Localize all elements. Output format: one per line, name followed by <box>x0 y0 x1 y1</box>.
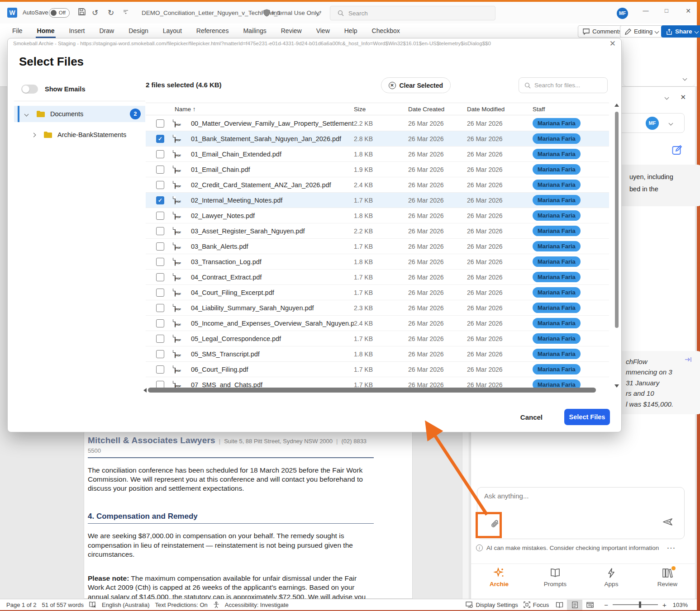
tab-insert[interactable]: Insert <box>67 26 86 38</box>
row-checkbox[interactable] <box>156 335 164 343</box>
proofing-icon[interactable] <box>86 602 99 608</box>
table-row[interactable]: PDF 05_Income_and_Expenses_Overview_Sara… <box>146 316 609 331</box>
more-options-icon[interactable]: ··· <box>667 545 676 551</box>
tab-references[interactable]: References <box>195 26 230 38</box>
table-row[interactable]: PDF 01_Email_Chain.pdf 1.9 KB 26 Mar 202… <box>146 162 609 177</box>
row-checkbox[interactable] <box>156 381 164 388</box>
row-checkbox[interactable] <box>156 181 164 189</box>
minimize-button[interactable]: — <box>639 7 652 14</box>
quick-access-menu-icon[interactable] <box>123 10 129 14</box>
file-search[interactable] <box>519 77 608 93</box>
tab-archie[interactable]: Archie <box>471 564 527 591</box>
column-size[interactable]: Size <box>354 106 408 113</box>
tab-review[interactable]: Review <box>280 26 303 38</box>
tab-apps[interactable]: Apps <box>583 564 639 591</box>
row-checkbox[interactable] <box>156 365 164 374</box>
accessibility-icon[interactable] <box>210 602 222 608</box>
zoom-slider[interactable] <box>613 604 658 605</box>
column-staff[interactable]: Staff <box>533 106 609 113</box>
table-row[interactable]: PDF 04_Court_Filing_Excerpt.pdf 1.7 KB 2… <box>146 285 609 300</box>
print-layout-view-icon[interactable] <box>567 600 582 610</box>
close-window-button[interactable]: ✕ <box>681 7 695 14</box>
table-row[interactable]: PDF 01_Bank_Statement_Sarah_Nguyen_Jan_2… <box>146 131 609 147</box>
table-row[interactable]: PDF 03_Transaction_Log.pdf 1.8 KB 26 Mar… <box>146 254 609 270</box>
horizontal-scrollbar[interactable] <box>143 387 610 393</box>
user-avatar[interactable]: MF <box>617 8 628 19</box>
sensitivity-label[interactable]: Internal Use Only* <box>272 9 322 16</box>
sidebar-collapse-chevron-icon[interactable] <box>665 95 669 99</box>
tab-help[interactable]: Help <box>343 26 359 38</box>
clear-selected-button[interactable]: ✕ Clear Selected <box>381 77 451 93</box>
focus-mode[interactable]: Focus <box>521 602 552 608</box>
tab-draw[interactable]: Draw <box>98 26 115 38</box>
folder-archie-bankstatements[interactable]: Archie-BankStatements <box>14 127 145 143</box>
tab-view[interactable]: View <box>315 26 331 38</box>
read-mode-view-icon[interactable] <box>552 600 567 610</box>
table-row[interactable]: PDF 00_Matter_Overview_Family_Law_Proper… <box>146 116 609 131</box>
page-indicator[interactable]: Page 1 of 2 <box>4 602 39 608</box>
tab-mailings[interactable]: Mailings <box>242 26 267 38</box>
search-input[interactable] <box>348 10 475 17</box>
row-checkbox[interactable] <box>156 212 164 220</box>
row-checkbox[interactable] <box>156 350 164 358</box>
tab-home[interactable]: Home <box>36 26 56 38</box>
language-indicator[interactable]: English (Australia) <box>99 602 152 608</box>
table-row[interactable]: PDF 02_Internal_Meeting_Notes.pdf 1.7 KB… <box>146 193 609 208</box>
table-row[interactable]: PDF 04_Contract_Extract.pdf 1.7 KB 26 Ma… <box>146 270 609 285</box>
zoom-slider-thumb[interactable] <box>639 602 641 608</box>
vertical-scrollbar[interactable] <box>614 104 619 388</box>
show-emails-toggle[interactable] <box>21 85 38 94</box>
chat-input-card[interactable] <box>477 487 685 539</box>
table-row[interactable]: PDF 02_Credit_Card_Statement_ANZ_Jan_202… <box>146 177 609 193</box>
go-to-source-icon[interactable] <box>685 356 692 363</box>
sidebar-close-icon[interactable]: ✕ <box>680 93 686 101</box>
row-checkbox[interactable] <box>156 289 164 297</box>
row-checkbox[interactable] <box>156 196 164 204</box>
word-count[interactable]: 51 of 557 words <box>39 602 87 608</box>
select-files-button[interactable]: Select Files <box>564 409 610 425</box>
tab-file[interactable]: File <box>11 26 24 38</box>
folder-documents[interactable]: Documents 2 <box>14 106 145 122</box>
new-chat-icon[interactable] <box>672 145 682 155</box>
dialog-close-icon[interactable]: ✕ <box>610 39 616 48</box>
table-row[interactable]: PDF 05_Legal_Correspondence.pdf 1.7 KB 2… <box>146 331 609 346</box>
file-search-input[interactable] <box>534 82 598 89</box>
scroll-up-icon[interactable] <box>614 104 619 107</box>
web-layout-view-icon[interactable] <box>582 600 598 610</box>
row-checkbox[interactable] <box>156 150 164 158</box>
row-checkbox[interactable] <box>156 166 164 174</box>
tab-prompts[interactable]: Prompts <box>527 564 583 591</box>
row-checkbox[interactable] <box>156 304 164 312</box>
row-checkbox[interactable] <box>156 258 164 266</box>
table-row[interactable]: PDF 06_Court_Filing.pdf 1.7 KB 26 Mar 20… <box>146 362 609 377</box>
tab-checkbox[interactable]: Checkbox <box>371 26 401 38</box>
zoom-out-button[interactable]: − <box>604 601 608 609</box>
text-predictions[interactable]: Text Predictions: On <box>152 602 210 608</box>
folder-expand-chevron-icon[interactable] <box>24 112 29 116</box>
editing-mode-button[interactable]: Editing <box>620 25 663 38</box>
row-checkbox[interactable] <box>156 119 164 128</box>
scroll-down-icon[interactable] <box>614 384 619 388</box>
cancel-button[interactable]: Cancel <box>520 413 543 421</box>
tab-design[interactable]: Design <box>127 26 150 38</box>
table-row[interactable]: PDF 01_Email_Chain_Extended.pdf 1.8 KB 2… <box>146 147 609 162</box>
display-settings[interactable]: Display Settings <box>463 602 521 608</box>
tab-review[interactable]: Review <box>639 564 695 591</box>
table-row[interactable]: PDF 02_Lawyer_Notes.pdf 1.8 KB 26 Mar 20… <box>146 208 609 223</box>
scroll-left-icon[interactable] <box>143 388 147 393</box>
horizontal-scrollbar-thumb[interactable] <box>148 388 596 393</box>
maximize-button[interactable]: □ <box>660 7 673 14</box>
table-row[interactable]: PDF 03_Asset_Register_Sarah_Nguyen.pdf 2… <box>146 223 609 239</box>
send-icon[interactable] <box>662 517 673 526</box>
column-date-modified[interactable]: Date Modified <box>467 106 533 113</box>
vertical-scrollbar-thumb[interactable] <box>615 112 619 328</box>
undo-icon[interactable]: ↺ <box>92 8 98 18</box>
row-checkbox[interactable] <box>156 273 164 281</box>
table-row[interactable]: PDF 04_Liability_Summary_Sarah_Nguyen.pd… <box>146 300 609 316</box>
row-checkbox[interactable] <box>156 135 164 143</box>
table-row[interactable]: PDF 05_SMS_Transcript.pdf 1.8 KB 26 Mar … <box>146 346 609 362</box>
column-date-created[interactable]: Date Created <box>408 106 467 113</box>
row-checkbox[interactable] <box>156 319 164 327</box>
ask-anything-input[interactable] <box>484 492 674 500</box>
redo-icon[interactable]: ↻ <box>108 8 114 18</box>
